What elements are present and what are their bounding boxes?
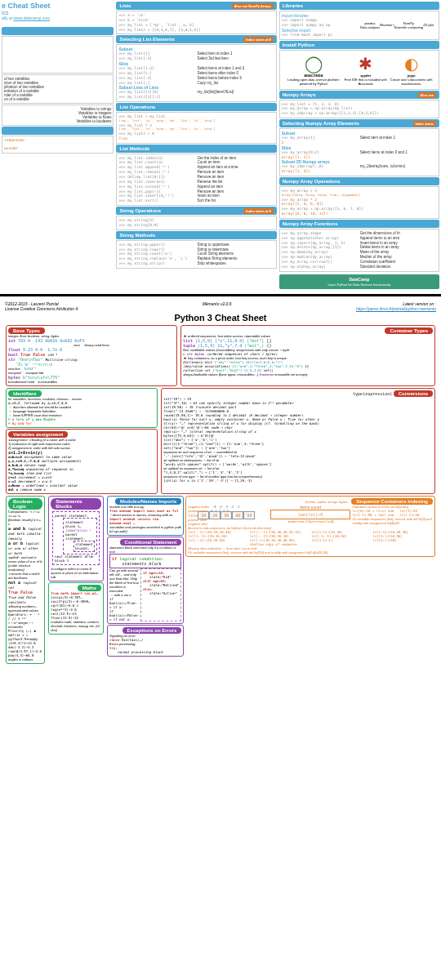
box-exc: Exceptions on Errors Signaling an error:… xyxy=(107,625,184,657)
numpy-logo: NumPyScientific computing xyxy=(394,21,423,29)
hdr-libs: Libraries xyxy=(279,2,439,10)
hdr-strmethods: String Methods xyxy=(116,231,276,239)
box-modules: Modules/Names Imports module truc⇔file t… xyxy=(107,496,184,536)
anaconda-logo: ◯ANACONDALeading open data science platf… xyxy=(283,54,344,86)
hdr-listops: List Operations xyxy=(116,103,276,111)
hdr-numpyops: Numpy Array Operations xyxy=(279,177,439,185)
subtitle: ics xyxy=(2,10,114,16)
box-identifiers: Identifiers for variables, functions, mo… xyxy=(6,388,158,428)
sklearn-logo: Machine l xyxy=(380,23,394,27)
lists-create: >>> a = 'is' >>> b = 'nice' >>> my_list … xyxy=(116,11,276,34)
datacamp-cheatsheet: e Cheat Sheet ics ally at www.datacamp.c… xyxy=(0,0,441,291)
hdr-numpysel: Selecting Numpy Array ElementsIndex star… xyxy=(279,119,439,127)
jupyter-logo: ◐jupytCreate and s documents with visual… xyxy=(387,54,435,86)
box-conversions: type(expression) Conversions int("15") →… xyxy=(161,388,435,494)
sheet2-title: Python 3 Cheat Sheet xyxy=(5,313,436,323)
hdr-blank2 xyxy=(2,127,114,135)
hdr-selecting: Selecting List ElementsIndex starts at 0 xyxy=(116,35,276,43)
hdr-listmethods: List Methods xyxy=(116,145,276,153)
hdr-lists: ListsAlso see NumPy Arrays xyxy=(116,2,276,10)
memento-url[interactable]: https://perso.limsi.fr/pointal/python:me… xyxy=(356,306,436,311)
box-maths: Maths from math import sin,pi… sin(pi/4)… xyxy=(48,582,104,635)
hdr-install: Install Python xyxy=(279,41,439,49)
box-cond: Conditional Statement statement block ex… xyxy=(107,537,184,624)
spyder-logo: ✱spyderFree IDE that is included with An… xyxy=(344,54,387,86)
box-vars: Variables assignment ◂ assignment ⇔ bind… xyxy=(6,429,158,494)
hdr-blank xyxy=(2,27,114,35)
box-indexing: for lists, tuples, strings, bytes… Seque… xyxy=(185,496,435,557)
python3-cheatsheet: ©2012-2015 - Laurent Pointal License Cre… xyxy=(0,294,441,670)
hdr-numpy: Numpy ArraysAlso see xyxy=(279,91,439,99)
box-basetypes: Base Types integer, float, boolean, stri… xyxy=(6,325,177,386)
matplotlib-logo: 2D plot xyxy=(423,23,434,27)
box-container: Container Types ◾ ordered sequences, fas… xyxy=(180,325,435,386)
box-blocks: Statements Blocks parent statement: stat… xyxy=(48,496,104,581)
pandas-logo: pandasData analysis xyxy=(360,21,380,29)
datacamp-footer: DataCamp Learn Python for Data Science I… xyxy=(279,274,439,289)
hdr-strops: String OperationsIndex starts at 0 xyxy=(116,207,276,215)
page-title: e Cheat Sheet xyxy=(2,2,114,10)
hdr-numpyfunc: Numpy Array Functions xyxy=(279,220,439,228)
link-url[interactable]: www.datacamp.com xyxy=(13,16,50,20)
box-bool: Boolean Logic Comparisons : < > <= >= ==… xyxy=(6,496,45,664)
